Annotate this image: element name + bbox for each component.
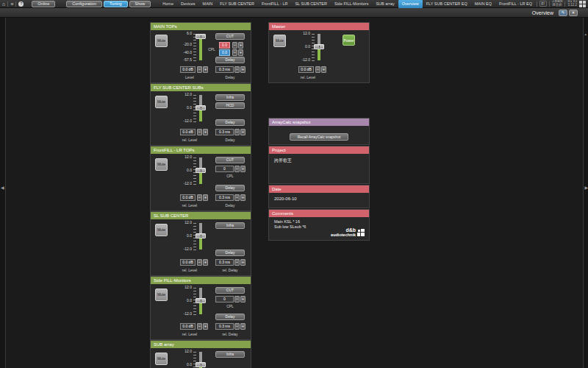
tab-frontfill-lr[interactable]: FrontFILL - LR [258,0,292,8]
delay-value[interactable]: 0.3 ms [215,129,234,135]
fader-handle[interactable] [314,44,324,49]
tab-devices[interactable]: Devices [177,0,199,8]
increment-button[interactable]: + [238,42,243,49]
delay-button[interactable]: Delay [215,119,245,126]
decrement-button[interactable]: − [232,42,237,49]
mute-button[interactable]: Mute [273,35,286,47]
fader-handle[interactable] [196,298,206,303]
mute-button[interactable]: Mute [155,224,168,236]
fader-handle[interactable] [196,233,206,238]
cpl-value[interactable]: 0 [215,296,234,302]
mute-button[interactable]: Mute [155,353,168,365]
cpl-value-b[interactable]: 0.0 [219,49,230,56]
delay-value[interactable]: 0.3 ms [215,259,234,266]
decrement-button[interactable]: − [197,259,202,266]
fader-track[interactable] [318,34,320,60]
fader-handle[interactable] [196,168,206,173]
tab-sl-sub-center[interactable]: SL SUB CENTER [291,0,331,8]
increment-button[interactable]: + [240,66,245,73]
level-value[interactable]: 0.0 dB [180,194,196,201]
increment-button[interactable]: + [240,194,245,201]
delay-button[interactable]: Delay [215,314,245,320]
scroll-up-arrow[interactable]: ▲ [584,32,587,36]
edit-view-button[interactable]: ✎ [559,10,567,16]
level-value[interactable]: 0.0 dB [298,66,314,73]
cut-button[interactable]: CUT [215,33,245,40]
cut-button[interactable]: CUT [215,157,245,163]
tab-main[interactable]: MAIN [199,0,217,8]
mute-button[interactable]: Mute [155,96,168,108]
decrement-button[interactable]: − [234,129,240,135]
decrement-button[interactable]: − [234,66,240,73]
tab-main-eq[interactable]: MAIN EQ [471,0,495,8]
increment-button[interactable]: + [321,66,326,73]
increment-button[interactable]: + [240,323,245,330]
menu-icon[interactable]: ≡ [10,0,13,8]
level-value[interactable]: 0.0 dB [180,66,196,73]
decrement-button[interactable]: − [197,66,202,73]
level-value[interactable]: 0.0 dB [180,323,196,330]
workspace-grid-icon[interactable] [579,1,586,7]
level-value[interactable]: 0.0 dB [180,259,196,266]
info-icon[interactable]: ? [18,1,24,7]
fader-track[interactable] [199,34,202,60]
delay-button[interactable]: Delay [215,57,245,63]
cpl-value[interactable]: 0 [215,166,234,172]
tab-frontfill-lr-eq[interactable]: FrontFILL - LR EQ [495,0,536,8]
close-view-button[interactable]: ✕ [569,10,578,16]
decrement-button[interactable]: − [197,194,202,201]
fader-handle[interactable] [196,34,206,39]
cpl-value-a[interactable]: 0.0 [219,42,230,49]
mute-button[interactable]: Mute [155,289,168,301]
cut-button[interactable]: CUT [215,287,245,294]
increment-button[interactable]: + [238,49,243,56]
increment-button[interactable]: + [203,194,208,201]
level-value[interactable]: 0.0 dB [180,129,196,135]
delay-value[interactable]: 0.3 ms [215,194,234,201]
delay-button[interactable]: Delay [215,250,245,256]
hcd-button[interactable]: HCD [215,102,245,109]
home-icon[interactable]: ⌂ [2,0,5,8]
recall-arraycalc-snapshot-button[interactable]: Recall ArrayCalc snapshot [290,133,348,141]
decrement-button[interactable]: − [234,323,240,330]
increment-button[interactable]: + [240,129,245,135]
infra-button[interactable]: Infra [215,222,245,229]
expand-right-arrow[interactable]: ▶ [584,185,588,190]
fader-handle[interactable] [196,362,206,367]
tab-fly-sub-center-eq[interactable]: FLY SUB CENTER EQ [423,0,471,8]
fader-track[interactable] [199,352,202,368]
increment-button[interactable]: + [240,166,245,172]
increment-button[interactable]: + [240,296,245,302]
show-mode-button[interactable]: Show [129,1,151,7]
tab-sub-array[interactable]: SUB array [372,0,398,8]
decrement-button[interactable]: − [197,323,202,330]
online-button[interactable]: Online [32,1,55,7]
increment-button[interactable]: + [203,323,208,330]
delay-value[interactable]: 0.3 ms [215,323,234,330]
fader-track[interactable] [199,95,202,121]
decrement-button[interactable]: − [234,259,240,266]
delay-button[interactable]: Delay [215,185,245,191]
collapse-left-arrow[interactable]: ◀ [1,185,4,190]
fader-track[interactable] [199,158,202,184]
decrement-button[interactable]: − [234,166,240,172]
increment-button[interactable]: + [240,259,245,266]
decrement-button[interactable]: − [234,194,240,201]
tab-side-fill-monitors[interactable]: Side FILL-Monitors [331,0,372,8]
mute-button[interactable]: Mute [155,158,168,171]
tab-fly-sub-center[interactable]: FLY SUB CENTER [216,0,258,8]
delay-value[interactable]: 0.3 ms [215,66,234,73]
power-button[interactable]: Power [343,35,355,46]
mute-button[interactable]: Mute [155,35,168,47]
fader-handle[interactable] [196,105,206,110]
tab-overview[interactable]: Overview [398,0,423,8]
increment-button[interactable]: + [203,129,208,135]
tab-home[interactable]: Home [159,0,177,8]
decrement-button[interactable]: − [197,129,202,135]
configuration-mode-button[interactable]: Configuration [66,1,102,7]
fader-track[interactable] [199,288,202,314]
infra-button[interactable]: Infra [215,94,245,101]
increment-button[interactable]: + [203,259,208,266]
increment-button[interactable]: + [203,66,208,73]
fader-track[interactable] [199,223,202,250]
